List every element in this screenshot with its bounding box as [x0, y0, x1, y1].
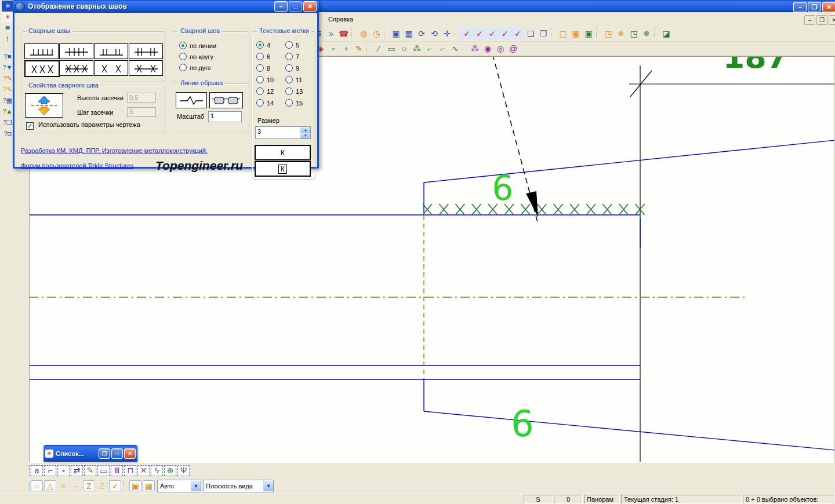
delete-circle-icon[interactable]: ◎: [494, 43, 507, 54]
text-label-radio-14[interactable]: 14: [256, 99, 285, 107]
help-weld-pen2-icon[interactable]: ?✎: [2, 84, 14, 95]
dagger-tool-icon[interactable]: †: [2, 34, 14, 45]
select-plug-icon[interactable]: Ψ: [177, 465, 190, 476]
text-label-radio-10[interactable]: 10: [256, 76, 285, 83]
text-label-radio-7[interactable]: 7: [285, 53, 311, 60]
draw-circle-icon[interactable]: ○: [398, 43, 411, 54]
create-assembly-drawing-icon[interactable]: ✓: [473, 28, 486, 39]
link-drawing-icon[interactable]: ❐: [537, 28, 550, 39]
text-label-radio-12[interactable]: 12: [256, 87, 285, 95]
delete-revision-icon[interactable]: ◉: [481, 43, 494, 54]
delete-marks-icon[interactable]: ⁂: [469, 43, 481, 54]
select-hatch2-icon[interactable]: ⊓: [124, 465, 136, 476]
grid-snap-icon[interactable]: ▦: [143, 480, 155, 491]
weld-type-radio-по-линии[interactable]: по линии: [179, 42, 216, 49]
break-line-glasses-button[interactable]: [209, 92, 243, 108]
weld-style-x-pair-through-line-button[interactable]: [129, 60, 163, 76]
snap-midpoint-icon[interactable]: △: [44, 480, 56, 491]
mdi-restore-button[interactable]: ❐: [816, 15, 827, 25]
dimension-add-icon[interactable]: +: [340, 43, 353, 54]
snap-perpendicular-icon[interactable]: ⌐: [70, 480, 82, 492]
update-rotate-up-icon[interactable]: ⟳: [415, 28, 428, 39]
dialog-titlebar[interactable]: Отображение сварных швов – □ ✕: [13, 0, 319, 13]
snap-mode-combo[interactable]: Авто ▼: [157, 480, 201, 492]
help-puzzle-icon[interactable]: ?▦: [2, 95, 14, 106]
create-cast-drawing-icon[interactable]: ✓: [511, 28, 524, 39]
mini-maximize-button[interactable]: □: [111, 448, 123, 459]
create-part-drawing-icon[interactable]: ✓: [486, 28, 499, 39]
doc-green-corner-icon[interactable]: ◳: [627, 28, 640, 39]
snap-extension-off-icon[interactable]: Z: [96, 480, 108, 492]
help-weld-pen-icon[interactable]: ?✎: [2, 73, 14, 84]
snap-intersection-icon[interactable]: ✕: [57, 480, 70, 492]
menu-help[interactable]: Справка: [325, 14, 357, 24]
wizard-phone-icon[interactable]: ☎: [337, 28, 350, 39]
delete-at-mark-icon[interactable]: @: [507, 43, 520, 54]
select-text-icon[interactable]: a: [31, 465, 43, 476]
draw-polyline-icon[interactable]: ⌐: [423, 43, 436, 54]
draw-cloud-icon[interactable]: ∿: [449, 43, 462, 54]
select-pen-icon[interactable]: ✎: [84, 465, 96, 476]
tekla-logo-icon[interactable]: ✳: [2, 12, 14, 23]
clone-drawing-icon[interactable]: ❏: [524, 28, 537, 39]
text-label-radio-13[interactable]: 13: [285, 87, 311, 95]
window-minimize-button[interactable]: –: [793, 2, 807, 12]
doc-green-freeze-icon[interactable]: ❄: [640, 28, 653, 39]
select-grid-icon[interactable]: ⊕: [164, 465, 176, 476]
weld-style-x-pair-button[interactable]: [94, 60, 128, 76]
window-close-button[interactable]: ✕: [822, 2, 835, 12]
mdi-close-button[interactable]: ✕: [829, 15, 835, 25]
export-drawing-icon[interactable]: ◪: [660, 28, 673, 39]
link-metal-structures[interactable]: Разработка КМ, КМД, ППР. Изготовление ме…: [21, 147, 208, 154]
weld-style-xxx-through-line-button[interactable]: [59, 60, 93, 76]
list-mini-window[interactable]: ✳ Список... ❐ □ ✕: [43, 445, 137, 462]
help-level-icon[interactable]: ?▲: [2, 106, 14, 117]
open-drawing-green-icon[interactable]: ▣: [582, 28, 595, 39]
document-list-icon[interactable]: ≣: [2, 23, 14, 34]
fit-by-parts-icon[interactable]: ▦: [402, 28, 415, 39]
help-cube-icon[interactable]: ?■: [2, 51, 14, 62]
draw-line-icon[interactable]: ∕: [372, 43, 385, 54]
spinner-up-icon[interactable]: ▲: [301, 127, 310, 133]
chevron-down-icon[interactable]: ▼: [191, 481, 201, 491]
help-camera-icon[interactable]: ?◘: [2, 128, 14, 139]
dialog-close-button[interactable]: ✕: [303, 1, 317, 12]
select-area-icon[interactable]: ▪: [57, 465, 70, 476]
text-label-radio-4[interactable]: 4: [256, 41, 285, 49]
update-rotate-down-icon[interactable]: ⟲: [428, 28, 441, 39]
text-pen-icon[interactable]: ✎: [353, 43, 365, 54]
snapshot-icon[interactable]: ◍: [357, 28, 370, 39]
new-drawing-icon[interactable]: ▢: [557, 28, 569, 39]
weld-style-tick-pairs-through-line-button[interactable]: [129, 43, 163, 59]
notch-direction-button[interactable]: [25, 93, 63, 118]
draw-rectangle-icon[interactable]: ▭: [385, 43, 398, 54]
help-plumb-icon[interactable]: ?▼: [2, 62, 14, 73]
dialog-minimize-button[interactable]: –: [274, 1, 288, 12]
center-drawing-icon[interactable]: ✛: [441, 28, 453, 39]
select-cut-icon[interactable]: ϟ: [151, 465, 163, 476]
text-label-radio-8[interactable]: 8: [256, 64, 285, 72]
doc-orange-corner-icon[interactable]: ◳: [602, 28, 615, 39]
snap-extension-icon[interactable]: Z: [83, 480, 95, 491]
ortho-snap-icon[interactable]: ▣: [129, 480, 141, 491]
open-drawing-orange-icon[interactable]: ▣: [569, 28, 582, 39]
weld-style-ticks-through-line-button[interactable]: [59, 43, 93, 59]
weld-type-radio-по-дуге[interactable]: по дуге: [179, 64, 216, 71]
select-weld-icon[interactable]: ✕: [137, 465, 150, 476]
open-next-icon[interactable]: »: [325, 28, 337, 39]
mdi-minimize-button[interactable]: –: [804, 15, 815, 25]
fit-work-area-icon[interactable]: ▣: [390, 28, 402, 39]
mini-close-button[interactable]: ✕: [124, 448, 136, 459]
break-line-zigzag-button[interactable]: [176, 92, 207, 108]
help-box-icon[interactable]: ?❑: [2, 117, 14, 128]
weld-style-xxx-button[interactable]: [24, 60, 60, 77]
select-hatch-icon[interactable]: Ⅲ: [111, 465, 123, 476]
snap-nearest-icon[interactable]: ✓: [109, 480, 121, 491]
draw-multiline-icon[interactable]: ⁂: [411, 43, 423, 54]
weld-mark-k-button[interactable]: К: [255, 145, 311, 160]
spinner-down-icon[interactable]: ▼: [301, 133, 310, 138]
select-polyline-icon[interactable]: ⌐: [44, 465, 56, 476]
tekla-logo-active-icon[interactable]: ✳: [2, 1, 14, 12]
draw-polygon-icon[interactable]: ⌐: [436, 43, 449, 54]
text-label-radio-15[interactable]: 15: [285, 99, 311, 107]
